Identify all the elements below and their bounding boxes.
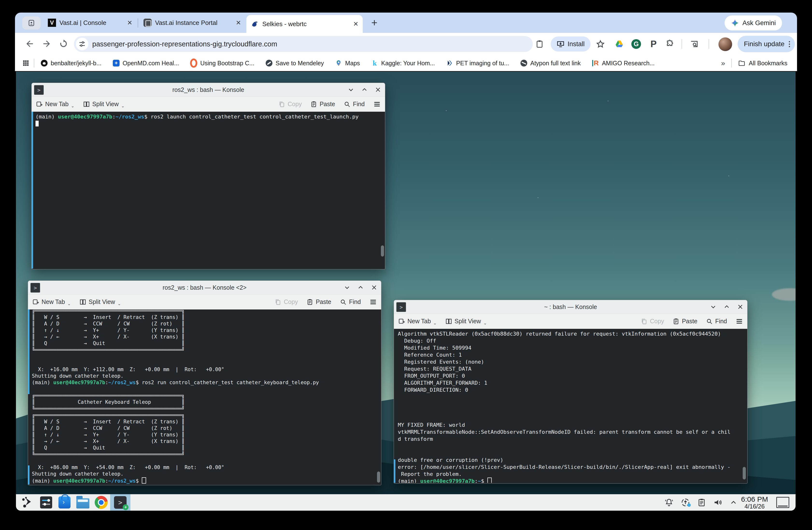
new-tab-button[interactable]: New Tab ⌄: [36, 101, 74, 108]
apps-grid-icon[interactable]: [22, 59, 29, 67]
tray-expand-chevron-icon[interactable]: [729, 498, 738, 506]
scrollbar-thumb[interactable]: [377, 472, 380, 483]
bookmark-amigo[interactable]: R AMIGO Research...: [592, 59, 654, 67]
bookmark-maps[interactable]: Maps: [335, 59, 360, 67]
p-extension-icon[interactable]: P: [648, 38, 659, 50]
tab-close-icon[interactable]: ✕: [127, 19, 132, 27]
window-titlebar[interactable]: > ros2_ws : bash — Konsole <2>: [28, 281, 381, 294]
remote-desktop-stream[interactable]: > ros2_ws : bash — Konsole New Tab ⌄ Spl…: [16, 72, 796, 511]
hamburger-menu-icon[interactable]: [373, 101, 381, 108]
tab-title: Selkies - webrtc: [262, 20, 348, 28]
clock[interactable]: 6:06 PM 4/16/26: [741, 496, 768, 510]
ask-gemini-label: Ask Gemini: [742, 19, 776, 27]
site-settings-icon[interactable]: [76, 38, 88, 50]
tab-close-icon[interactable]: ✕: [353, 20, 359, 28]
hamburger-menu-icon[interactable]: [736, 318, 743, 325]
konsole-taskbar-button[interactable]: > +: [110, 494, 130, 511]
file-manager-button[interactable]: [76, 496, 89, 509]
close-icon[interactable]: [375, 86, 381, 93]
find-button[interactable]: Find: [344, 101, 365, 108]
maximize-icon[interactable]: [361, 86, 367, 93]
extensions-puzzle-icon[interactable]: [664, 38, 676, 50]
bookmark-label: PET imaging of tu...: [456, 60, 509, 67]
copy-button[interactable]: Copy: [278, 101, 302, 108]
tab-close-icon[interactable]: ✕: [236, 19, 241, 27]
google-drive-extension-icon[interactable]: [613, 38, 625, 50]
konsole-window-1[interactable]: > ros2_ws : bash — Konsole New Tab ⌄ Spl…: [31, 83, 385, 269]
paste-button[interactable]: Paste: [673, 318, 697, 325]
minimize-icon[interactable]: [710, 304, 716, 310]
all-bookmarks-button[interactable]: All Bookmarks: [738, 59, 787, 67]
tab-search-button[interactable]: [22, 16, 41, 29]
show-desktop-button[interactable]: [776, 497, 789, 508]
split-view-button[interactable]: Split View ⌄: [79, 298, 121, 305]
system-settings-button[interactable]: [40, 496, 53, 509]
updates-tray-icon[interactable]: [681, 498, 690, 507]
split-view-label: Split View: [89, 298, 115, 305]
terminal-viewport[interactable]: (main) user@40ec97997a7b:~/ros2_ws$ ros2…: [32, 112, 385, 269]
bookmark-bootstrap[interactable]: Using Bootstrap C...: [190, 59, 254, 67]
clipboard-tray-icon[interactable]: [697, 498, 706, 507]
minimize-icon[interactable]: [348, 86, 354, 93]
bookmark-openmd[interactable]: + OpenMD.com Heal...: [113, 59, 179, 67]
bookmark-mendeley[interactable]: Save to Mendeley: [265, 59, 324, 67]
forward-button[interactable]: [41, 38, 52, 49]
konsole-window-2[interactable]: > ros2_ws : bash — Konsole <2> New Tab ⌄…: [28, 280, 381, 485]
paste-button[interactable]: Paste: [306, 298, 331, 305]
scrollbar-thumb[interactable]: [381, 246, 384, 256]
bookmark-star-icon[interactable]: [595, 38, 606, 50]
new-tab-button[interactable]: [369, 17, 380, 28]
terminal-viewport[interactable]: ╔═══════════════════════════════════════…: [28, 309, 381, 485]
window-titlebar[interactable]: > ros2_ws : bash — Konsole: [32, 83, 385, 97]
bookmark-atypon[interactable]: Atypon full text link: [520, 59, 581, 67]
bookmark-label: Kaggle: Your Hom...: [381, 60, 435, 67]
volume-icon[interactable]: [713, 498, 723, 507]
hamburger-menu-icon[interactable]: [369, 298, 377, 306]
chrome-button[interactable]: [95, 496, 108, 509]
close-icon[interactable]: [371, 284, 377, 291]
tab-vastai-console[interactable]: V Vast.ai | Console ✕: [43, 13, 137, 33]
terminal-viewport[interactable]: Algorithm vtkSTLReader (0x5acf0b88dc30) …: [394, 329, 747, 483]
new-tab-button[interactable]: New Tab ⌄: [398, 318, 437, 325]
grammarly-extension-icon[interactable]: G: [630, 38, 642, 50]
finish-update-button[interactable]: Finish update: [738, 36, 795, 52]
find-button[interactable]: Find: [340, 298, 361, 305]
find-button[interactable]: Find: [706, 318, 727, 325]
discover-button[interactable]: [58, 496, 71, 509]
bookmarks-overflow-chevron[interactable]: »: [721, 59, 725, 67]
konsole-window-3[interactable]: > ~ : bash — Konsole New Tab ⌄ Split Vie…: [394, 300, 748, 484]
install-button[interactable]: Install: [551, 37, 591, 52]
screen: V Vast.ai | Console ✕ Vast.ai Instance P…: [0, 0, 812, 530]
scrollbar-thumb[interactable]: [743, 467, 746, 479]
bookmark-pet-imaging[interactable]: PET imaging of tu...: [446, 59, 509, 67]
address-bar[interactable]: passenger-profession-representations-gig…: [74, 36, 533, 52]
minimize-icon[interactable]: [344, 284, 350, 291]
new-tab-button[interactable]: New Tab ⌄: [32, 298, 71, 305]
split-view-button[interactable]: Split View ⌄: [445, 318, 487, 325]
window-titlebar[interactable]: > ~ : bash — Konsole: [394, 300, 747, 314]
profile-avatar[interactable]: [718, 37, 732, 51]
plus-icon: [371, 19, 378, 27]
back-button[interactable]: [24, 38, 35, 49]
browser-menu-icon[interactable]: [789, 41, 790, 47]
reload-button[interactable]: [58, 38, 69, 49]
maximize-icon[interactable]: [358, 284, 364, 291]
notifications-bell-icon[interactable]: [664, 498, 674, 507]
ask-gemini-button[interactable]: Ask Gemini: [725, 15, 782, 30]
tab-title: Vast.ai | Console: [59, 19, 122, 27]
bookmark-kaggle[interactable]: k Kaggle: Your Hom...: [371, 59, 435, 67]
close-icon[interactable]: [737, 304, 743, 310]
install-label: Install: [568, 40, 585, 48]
app-launcher-button[interactable]: [21, 496, 34, 509]
bookmark-jekyll[interactable]: benbalter/jekyll-b...: [41, 59, 101, 67]
clipboard-toolbar-icon[interactable]: [534, 38, 545, 50]
side-search-icon[interactable]: [688, 38, 700, 50]
split-view-button[interactable]: Split View ⌄: [83, 101, 125, 108]
paste-button[interactable]: Paste: [310, 101, 335, 108]
copy-button[interactable]: Copy: [275, 298, 298, 305]
copy-button[interactable]: Copy: [641, 318, 664, 325]
bookmark-label: benbalter/jekyll-b...: [51, 60, 101, 67]
maximize-icon[interactable]: [724, 304, 730, 310]
tab-vastai-portal[interactable]: Vast.ai Instance Portal ✕: [139, 13, 245, 33]
tab-selkies-webrtc[interactable]: Selkies - webrtc ✕: [246, 15, 363, 33]
